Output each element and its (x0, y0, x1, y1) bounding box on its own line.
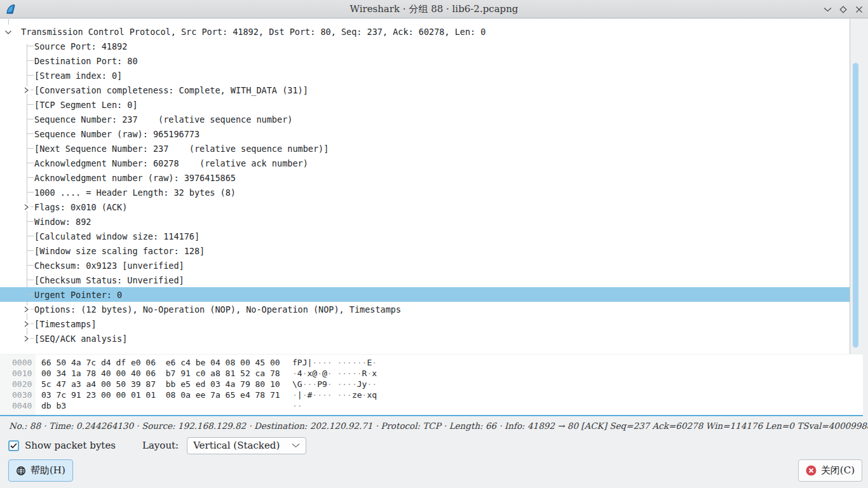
tree-row[interactable]: [Timestamps] (0, 316, 850, 331)
hex-offset: 0020 (12, 379, 35, 389)
tree-row[interactable]: Urgent Pointer: 0 (0, 287, 850, 302)
hex-offset: 0010 (12, 369, 35, 378)
tree-row-label: Source Port: 41892 (34, 41, 127, 51)
minimize-icon[interactable] (822, 4, 832, 15)
tree-row[interactable]: [SEQ/ACK analysis] (0, 331, 850, 346)
tree-row[interactable]: [TCP Segment Len: 0] (0, 97, 850, 112)
tree-row[interactable]: Flags: 0x010 (ACK) (0, 200, 850, 214)
tree-row[interactable]: Window: 892 (0, 214, 850, 229)
hex-bytes: 00 34 1a 78 40 00 40 06 b7 91 c0 a8 81 5… (41, 369, 292, 378)
show-packet-bytes-label: Show packet bytes (25, 440, 116, 451)
tree-row[interactable]: Sequence Number: 237 (relative sequence … (0, 112, 850, 126)
help-icon (16, 466, 26, 476)
hex-row[interactable]: 001000 34 1a 78 40 00 40 06 b7 91 c0 a8 … (0, 368, 863, 379)
hex-bytes: 5c 47 a3 a4 00 50 39 87 bb e5 ed 03 4a 7… (41, 379, 292, 389)
help-button-label: 帮助(H) (31, 464, 65, 477)
hex-bytes: 03 7c 91 23 00 00 01 01 08 0a ee 7a 65 e… (41, 390, 292, 400)
hex-row[interactable]: 000066 50 4a 7c d4 df e0 06 e6 c4 be 04 … (0, 357, 863, 368)
packet-detail-tree: Transmission Control Protocol, Src Port:… (0, 19, 850, 354)
close-button[interactable]: 关闭(C) (798, 459, 862, 482)
hex-row[interactable]: 0040db b3·· (0, 400, 863, 411)
hex-offset: 0000 (12, 358, 35, 367)
hex-ascii: ·· (292, 401, 302, 410)
chevron-down-icon (292, 443, 300, 448)
tree-row-label: Options: (12 bytes), No-Operation (NOP),… (34, 304, 401, 315)
tree-row-label: Acknowledgment number (raw): 3976415865 (34, 173, 236, 183)
layout-label: Layout: (142, 440, 179, 451)
tree-row[interactable]: [Calculated window size: 114176] (0, 229, 850, 243)
tree-row-label: Transmission Control Protocol, Src Port:… (21, 27, 486, 37)
hex-row[interactable]: 003003 7c 91 23 00 00 01 01 08 0a ee 7a … (0, 390, 863, 400)
tree-row[interactable]: Source Port: 41892 (0, 39, 850, 53)
window-title: Wireshark · 分组 88 · lib6-2.pcapng (0, 3, 868, 15)
tree-row-root[interactable]: Transmission Control Protocol, Src Port:… (0, 24, 850, 39)
packet-summary-line: No.: 88 · Time: 0.244264130 · Source: 19… (9, 421, 860, 431)
tree-row-label: [Checksum Status: Unverified] (34, 275, 184, 285)
controls-row: Show packet bytes Layout: Vertical (Stac… (8, 437, 306, 454)
close-window-icon[interactable] (854, 4, 864, 15)
hex-offset: 0030 (12, 390, 35, 400)
tree-row[interactable]: Destination Port: 80 (0, 53, 850, 68)
tree-row[interactable]: Checksum: 0x9123 [unverified] (0, 258, 850, 273)
tree-row[interactable]: Sequence Number (raw): 965196773 (0, 126, 850, 141)
tree-row-label: [Conversation completeness: Complete, WI… (34, 85, 308, 95)
tree-row-label: Destination Port: 80 (34, 56, 138, 66)
tree-row-label: [Calculated window size: 114176] (34, 231, 200, 241)
tree-row-label: [SEQ/ACK analysis] (34, 334, 127, 344)
tree-row-label: Sequence Number (raw): 965196773 (34, 129, 200, 139)
tree-scrollbar-thumb[interactable] (853, 63, 858, 348)
expander-collapsed-icon[interactable] (23, 320, 30, 328)
tree-row-label: Acknowledgment Number: 60278 (relative a… (34, 158, 308, 168)
tree-row[interactable]: Options: (12 bytes), No-Operation (NOP),… (0, 302, 850, 316)
hex-ascii: fPJ|···· ······E· (292, 358, 377, 367)
tree-row[interactable]: [Stream index: 0] (0, 68, 850, 83)
tree-row-label: Window: 892 (34, 217, 91, 227)
hex-bytes: 66 50 4a 7c d4 df e0 06 e6 c4 be 04 08 0… (41, 358, 292, 367)
tree-scrollbar-track[interactable] (850, 19, 868, 354)
packet-bytes-pane: 000066 50 4a 7c d4 df e0 06 e6 c4 be 04 … (0, 355, 863, 416)
tree-row[interactable]: Acknowledgment number (raw): 3976415865 (0, 170, 850, 185)
hex-ascii: ·|·#···· ···ze·xq (292, 390, 377, 400)
show-packet-bytes-checkbox[interactable] (8, 440, 19, 451)
tree-row[interactable]: [Window size scaling factor: 128] (0, 243, 850, 258)
maximize-icon[interactable] (838, 4, 848, 15)
hex-ascii: \G···P9· ····Jy·· (292, 379, 377, 389)
tree-row-label: Urgent Pointer: 0 (34, 290, 122, 300)
tree-row-label: 1000 .... = Header Length: 32 bytes (8) (34, 187, 236, 198)
layout-dropdown-value: Vertical (Stacked) (193, 440, 292, 451)
titlebar: Wireshark · 分组 88 · lib6-2.pcapng (0, 0, 868, 18)
tree-row[interactable]: [Next Sequence Number: 237 (relative seq… (0, 141, 850, 156)
expander-expanded-icon[interactable] (4, 30, 12, 35)
tree-row-label: [Next Sequence Number: 237 (relative seq… (34, 144, 329, 154)
close-button-label: 关闭(C) (821, 464, 855, 477)
tree-row-label: [Stream index: 0] (34, 71, 122, 81)
hex-ascii: ·4·x@·@· ·····R·x (292, 369, 377, 378)
wireshark-app-icon (5, 3, 17, 15)
close-red-icon (806, 465, 817, 476)
layout-dropdown[interactable]: Vertical (Stacked) (187, 437, 306, 454)
tree-row[interactable]: 1000 .... = Header Length: 32 bytes (8) (0, 185, 850, 200)
tree-row[interactable]: Acknowledgment Number: 60278 (relative a… (0, 156, 850, 170)
checkmark-icon (10, 443, 17, 449)
tree-row-label: Sequence Number: 237 (relative sequence … (34, 114, 292, 125)
tree-row[interactable]: [Checksum Status: Unverified] (0, 273, 850, 287)
expander-collapsed-icon[interactable] (23, 306, 30, 313)
tree-row-label: Flags: 0x010 (ACK) (34, 202, 127, 212)
tree-row-label: Checksum: 0x9123 [unverified] (34, 261, 184, 271)
hex-row[interactable]: 00205c 47 a3 a4 00 50 39 87 bb e5 ed 03 … (0, 379, 863, 390)
help-button[interactable]: 帮助(H) (8, 459, 73, 482)
hex-bytes: db b3 (41, 401, 292, 410)
tree-row-label: [Window size scaling factor: 128] (34, 246, 205, 256)
tree-row[interactable]: [Conversation completeness: Complete, WI… (0, 83, 850, 97)
expander-collapsed-icon[interactable] (23, 335, 30, 342)
tree-row-label: [Timestamps] (34, 319, 97, 329)
hex-offset: 0040 (12, 401, 35, 410)
expander-collapsed-icon[interactable] (23, 86, 30, 94)
expander-collapsed-icon[interactable] (23, 203, 30, 211)
tree-row-label: [TCP Segment Len: 0] (34, 100, 138, 110)
